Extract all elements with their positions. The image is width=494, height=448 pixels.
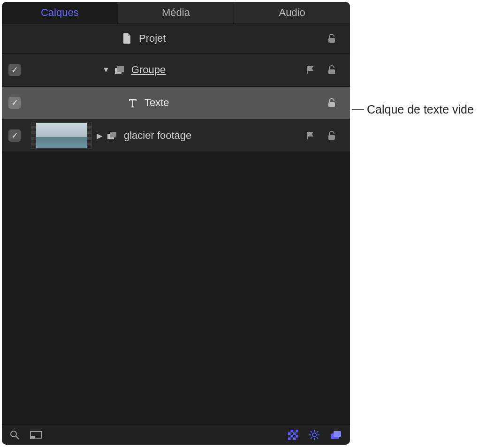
frame-icon[interactable] — [30, 430, 42, 440]
layer-list: Projet ✓ ▼ Groupe — [2, 23, 350, 424]
row-group[interactable]: ✓ ▼ Groupe — [2, 53, 350, 86]
callout-line — [352, 109, 364, 110]
row-project[interactable]: Projet — [2, 23, 350, 53]
svg-rect-13 — [288, 430, 291, 433]
svg-line-9 — [16, 436, 19, 439]
svg-line-27 — [317, 437, 318, 439]
flag-icon[interactable] — [304, 130, 316, 141]
svg-rect-0 — [328, 38, 335, 43]
svg-rect-16 — [296, 432, 299, 435]
bottom-toolbar — [2, 424, 350, 445]
svg-rect-3 — [328, 69, 335, 74]
svg-rect-6 — [110, 132, 116, 137]
svg-point-8 — [11, 431, 16, 437]
svg-rect-18 — [293, 435, 296, 438]
glacier-label: glacier footage — [124, 129, 191, 142]
tab-layers-label: Calques — [41, 7, 79, 19]
document-icon — [121, 33, 133, 44]
glacier-disclosure[interactable]: ▶ — [97, 131, 102, 140]
layers-icon — [106, 130, 118, 141]
tab-bar: Calques Média Audio — [2, 2, 350, 23]
lock-icon[interactable] — [326, 97, 338, 108]
svg-line-28 — [311, 437, 312, 439]
checker-icon[interactable] — [288, 430, 298, 440]
group-checkbox[interactable]: ✓ — [8, 64, 21, 76]
tab-media[interactable]: Média — [118, 2, 235, 23]
svg-rect-31 — [334, 431, 341, 437]
flag-icon[interactable] — [304, 64, 316, 76]
layers-panel: Calques Média Audio Projet ✓ ▼ — [2, 2, 350, 445]
text-checkbox[interactable]: ✓ — [8, 97, 21, 109]
svg-rect-4 — [328, 102, 335, 107]
svg-rect-7 — [328, 135, 335, 140]
svg-rect-20 — [296, 437, 299, 440]
tab-media-label: Média — [162, 7, 190, 19]
svg-rect-17 — [288, 435, 291, 438]
svg-rect-19 — [291, 437, 294, 440]
layers-icon — [114, 64, 126, 76]
lock-icon[interactable] — [326, 64, 338, 76]
svg-line-29 — [317, 431, 318, 433]
gear-icon[interactable] — [309, 429, 320, 440]
svg-rect-11 — [30, 436, 35, 439]
lock-icon[interactable] — [326, 130, 338, 141]
stack-icon[interactable] — [330, 430, 342, 440]
svg-point-21 — [312, 433, 316, 437]
group-label: Groupe — [131, 64, 166, 76]
search-icon[interactable] — [9, 430, 20, 440]
group-disclosure[interactable]: ▼ — [102, 66, 110, 74]
glacier-checkbox[interactable]: ✓ — [8, 129, 21, 142]
lock-icon[interactable] — [326, 33, 338, 44]
callout-text: Calque de texte vide — [367, 103, 474, 116]
empty-area — [2, 152, 350, 424]
svg-rect-15 — [291, 432, 294, 435]
project-label: Projet — [139, 32, 166, 45]
tab-layers[interactable]: Calques — [2, 2, 118, 23]
svg-rect-14 — [293, 430, 296, 433]
text-tool-icon — [127, 97, 139, 108]
row-glacier[interactable]: ✓ ▶ glacier footage — [2, 119, 350, 152]
row-text[interactable]: ✓ Texte — [2, 86, 350, 119]
glacier-thumbnail — [31, 122, 92, 149]
text-label: Texte — [144, 97, 169, 109]
svg-line-26 — [311, 431, 312, 433]
tab-audio-label: Audio — [279, 7, 305, 19]
svg-rect-2 — [117, 66, 124, 72]
callout-annotation: Calque de texte vide — [352, 103, 474, 116]
tab-audio[interactable]: Audio — [234, 2, 350, 23]
